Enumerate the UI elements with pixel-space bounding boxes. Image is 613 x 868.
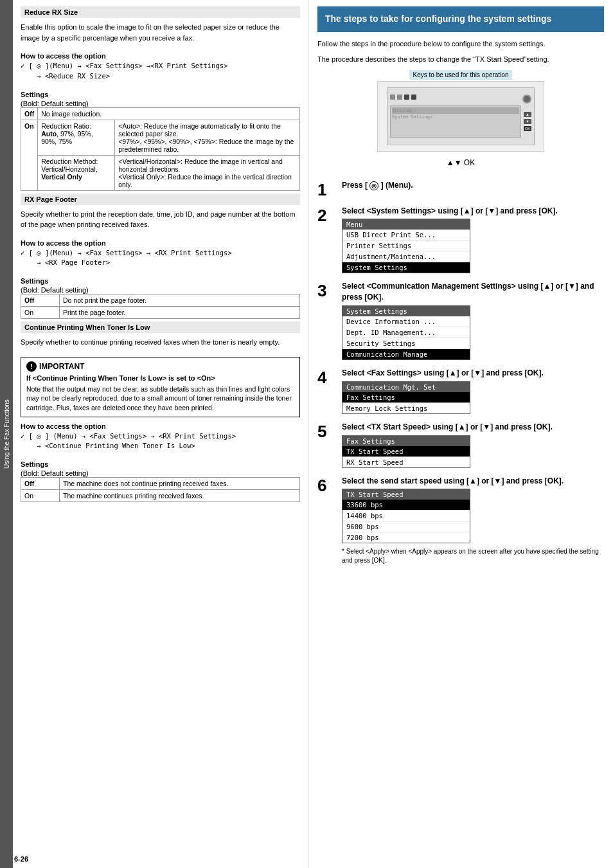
step-text-1: Press [ ◎ ] (Menu).: [342, 180, 604, 191]
section-reduce-rx-size: Reduce RX Size Enable this option to sca…: [21, 6, 300, 191]
menu-icon-1: ✓: [21, 62, 24, 69]
step-3: 3 Select <Communication Management Setti…: [317, 281, 604, 360]
settings-note-2: (Bold: Default setting): [21, 286, 300, 294]
cell: <Auto>: Reduce the image automatically t…: [115, 120, 300, 155]
access-title-1: How to access the option: [21, 52, 300, 60]
cell: Off: [21, 478, 60, 490]
menu-item: Memory Lock Settings: [342, 403, 470, 413]
menu-popup-5: Fax Settings TX Start Speed RX Start Spe…: [342, 435, 470, 468]
table-row: Off No image reduction.: [21, 107, 300, 120]
access-path-1: ✓ [ ◎ ](Menu) → <Fax Settings> →<RX Prin…: [21, 61, 300, 82]
step-text-4: Select <Fax Settings> using [▲] or [▼] a…: [342, 368, 604, 379]
step-text-2: Select <System Settings> using [▲] or [▼…: [342, 206, 604, 217]
menu-item-selected: Fax Settings: [342, 392, 470, 403]
table-row: Off The machine does not continue printi…: [21, 478, 300, 490]
nav-keys: ▲▼ OK: [447, 158, 475, 167]
step-6: 6 Select the send start speed using [▲] …: [317, 476, 604, 566]
section-title-reduce-rx: Reduce RX Size: [21, 6, 300, 18]
section-rx-page-footer: RX Page Footer Specify whether to print …: [21, 194, 300, 320]
cell: On: [21, 307, 60, 319]
step-number-5: 5: [317, 423, 337, 440]
table-row: On The machine continues printing receiv…: [21, 490, 300, 502]
menu-popup-title-5: Fax Settings: [342, 436, 470, 446]
step-text-5: Select <TX Start Speed> using [▲] or [▼]…: [342, 422, 604, 433]
important-icon: !: [26, 361, 37, 372]
menu-item: Adjustment/Maintena...: [342, 251, 470, 262]
step-number-3: 3: [317, 282, 337, 299]
table-row: Off Do not print the page footer.: [21, 294, 300, 307]
menu-item: Dept. ID Management...: [342, 327, 470, 338]
important-box: ! IMPORTANT If <Continue Printing When T…: [21, 357, 300, 417]
menu-item: Security Settings: [342, 338, 470, 349]
step-6-footnote: * Select <Apply> when <Apply> appears on…: [342, 547, 604, 565]
rx-footer-table: Off Do not print the page footer. On Pri…: [21, 294, 300, 319]
page: Using the Fax Functions Reduce RX Size E…: [0, 0, 613, 868]
device-area: Keys to be used for this operation: [317, 70, 604, 174]
step-content-3: Select <Communication Management Setting…: [342, 281, 604, 360]
cell: Reduction Method:Vertical/Horizontal,Ver…: [38, 155, 115, 190]
step-text-6: Select the send start speed using [▲] or…: [342, 476, 604, 487]
settings-title-2: Settings: [21, 277, 300, 285]
step-number-1: 1: [317, 181, 337, 198]
important-label: IMPORTANT: [39, 362, 84, 371]
step-2: 2 Select <System Settings> using [▲] or …: [317, 206, 604, 274]
section-body-reduce-rx: Enable this option to scale the image to…: [21, 22, 300, 43]
step-content-4: Select <Fax Settings> using [▲] or [▼] a…: [342, 368, 604, 414]
step-number-4: 4: [317, 369, 337, 386]
settings-note-1: (Bold: Default setting): [21, 100, 300, 107]
menu-item-selected: TX Start Speed: [342, 446, 470, 457]
step-4: 4 Select <Fax Settings> using [▲] or [▼]…: [317, 368, 604, 414]
menu-popup-title-6: TX Start Speed: [342, 489, 470, 500]
step-number-2: 2: [317, 207, 337, 224]
keys-banner: Keys to be used for this operation: [409, 70, 513, 80]
section-body-rx-footer: Specify whether to print the reception d…: [21, 209, 300, 230]
left-panel: Reduce RX Size Enable this option to sca…: [13, 0, 308, 868]
settings-title-3: Settings: [21, 460, 300, 468]
access-path-2: ✓ [ ◎ ](Menu) → <Fax Settings> → <RX Pri…: [21, 248, 300, 269]
menu-popup-4: Communication Mgt. Set Fax Settings Memo…: [342, 381, 470, 414]
main-content: Reduce RX Size Enable this option to sca…: [13, 0, 613, 868]
cell: Off: [21, 107, 38, 120]
menu-item: 9600 bps: [342, 521, 470, 532]
step-content-5: Select <TX Start Speed> using [▲] or [▼]…: [342, 422, 604, 468]
important-title: ! IMPORTANT: [26, 361, 294, 372]
sidebar-label: Using the Fax Functions: [3, 399, 10, 469]
table-row: Reduction Method:Vertical/Horizontal,Ver…: [21, 155, 300, 190]
section-title-continue: Continue Printing When Toner Is Low: [21, 321, 300, 333]
right-intro-1: Follow the steps in the procedure below …: [317, 39, 604, 50]
menu-popup-title-3: System Settings: [342, 306, 470, 316]
table-row: On Print the page footer.: [21, 307, 300, 319]
settings-title-1: Settings: [21, 91, 300, 98]
cell: The machine does not continue printing r…: [60, 478, 300, 490]
cell: On: [21, 490, 60, 502]
table-row: On Reduction Ratio:Auto, 97%, 95%,90%, 7…: [21, 120, 300, 155]
menu-item-selected: System Settings: [342, 262, 470, 273]
cell: Do not print the page footer.: [60, 294, 300, 307]
right-heading: The steps to take for configuring the sy…: [317, 6, 604, 32]
cell: Print the page footer.: [60, 307, 300, 319]
sidebar-tab: Using the Fax Functions: [0, 0, 13, 868]
section-title-rx-footer: RX Page Footer: [21, 194, 300, 205]
menu-item: Device Information ...: [342, 316, 470, 327]
cell: The machine continues printing received …: [60, 490, 300, 502]
step-1: 1 Press [ ◎ ] (Menu).: [317, 180, 604, 198]
important-subtitle: If <Continue Printing When Toner Is Low>…: [26, 374, 294, 382]
menu-item: Printer Settings: [342, 240, 470, 251]
step-5: 5 Select <TX Start Speed> using [▲] or […: [317, 422, 604, 468]
page-footer: 6-26: [14, 855, 28, 863]
step-content-2: Select <System Settings> using [▲] or [▼…: [342, 206, 604, 274]
step-content-6: Select the send start speed using [▲] or…: [342, 476, 604, 566]
menu-item: 14400 bps: [342, 511, 470, 521]
right-intro-2: The procedure describes the steps to cha…: [317, 54, 604, 65]
step-content-1: Press [ ◎ ] (Menu).: [342, 180, 604, 194]
cell: Reduction Ratio:Auto, 97%, 95%,90%, 75%: [38, 120, 115, 155]
step-text-3: Select <Communication Management Setting…: [342, 281, 604, 303]
menu-item-selected: 33600 bps: [342, 500, 470, 511]
reduce-rx-table: Off No image reduction. On Reduction Rat…: [21, 107, 300, 191]
cell: Off: [21, 294, 60, 307]
device-image: Display System Settings ▲ ▼ OK: [377, 81, 544, 152]
menu-item-selected: Communication Manage: [342, 349, 470, 359]
menu-popup-title-4: Communication Mgt. Set: [342, 382, 470, 392]
menu-popup-6: TX Start Speed 33600 bps 14400 bps 9600 …: [342, 489, 470, 543]
cell: <Vertical/Horizontal>: Reduce the image …: [115, 155, 300, 190]
